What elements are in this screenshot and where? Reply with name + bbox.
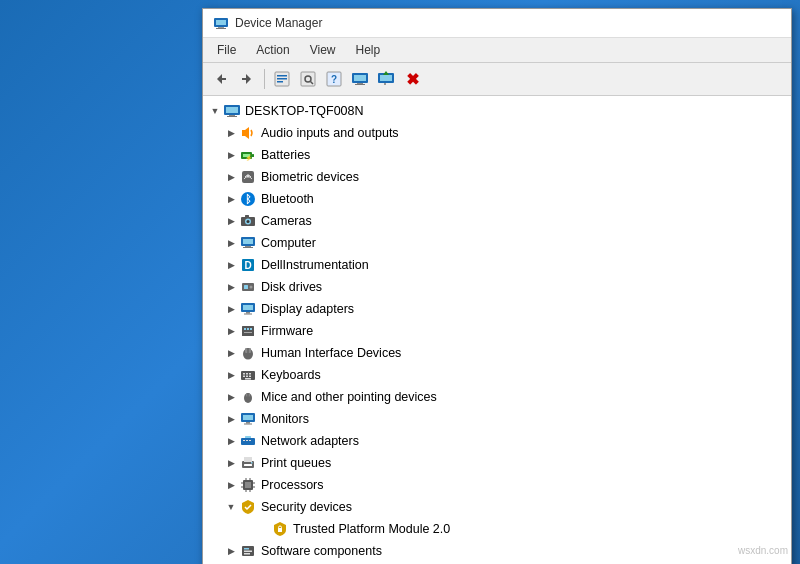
svg-rect-75 bbox=[243, 415, 253, 420]
bluetooth-expand[interactable]: ▶ bbox=[223, 191, 239, 207]
tree-item-dell[interactable]: ▶ D DellInstrumentation bbox=[203, 254, 791, 276]
tree-item-hid[interactable]: ▶ Human Interface Devices bbox=[203, 342, 791, 364]
display-expand[interactable]: ▶ bbox=[223, 301, 239, 317]
toolbar-properties[interactable] bbox=[270, 67, 294, 91]
tree-root[interactable]: ▼ DESKTOP-TQF008N bbox=[203, 100, 791, 122]
hid-icon bbox=[239, 344, 257, 362]
batteries-expand[interactable]: ▶ bbox=[223, 147, 239, 163]
tree-item-software-comp[interactable]: ▶ Software components bbox=[203, 540, 791, 562]
svg-rect-81 bbox=[249, 440, 251, 441]
svg-rect-2 bbox=[218, 27, 224, 28]
tree-item-mice[interactable]: ▶ Mice and other pointing devices bbox=[203, 386, 791, 408]
software-comp-icon bbox=[239, 542, 257, 560]
dell-expand[interactable]: ▶ bbox=[223, 257, 239, 273]
security-expand[interactable]: ▼ bbox=[223, 499, 239, 515]
keyboards-icon bbox=[239, 366, 257, 384]
network-label: Network adapters bbox=[261, 434, 359, 448]
toolbar-help[interactable]: ? bbox=[322, 67, 346, 91]
cameras-expand[interactable]: ▶ bbox=[223, 213, 239, 229]
tree-item-network[interactable]: ▶ Network adapters bbox=[203, 430, 791, 452]
tree-item-keyboards[interactable]: ▶ Keyboards bbox=[203, 364, 791, 386]
batteries-icon: ⚡ bbox=[239, 146, 257, 164]
toolbar-forward[interactable] bbox=[235, 67, 259, 91]
svg-rect-53 bbox=[246, 312, 250, 314]
svg-rect-82 bbox=[245, 436, 251, 438]
svg-rect-49 bbox=[244, 285, 248, 289]
disk-label: Disk drives bbox=[261, 280, 322, 294]
tree-item-audio[interactable]: ▶ Audio inputs and outputs bbox=[203, 122, 791, 144]
tree-item-cameras[interactable]: ▶ Cameras bbox=[203, 210, 791, 232]
svg-rect-9 bbox=[277, 75, 287, 77]
disk-expand[interactable]: ▶ bbox=[223, 279, 239, 295]
svg-rect-11 bbox=[277, 81, 283, 83]
svg-rect-44 bbox=[245, 246, 251, 247]
tpm-label: Trusted Platform Module 2.0 bbox=[293, 522, 450, 536]
svg-rect-28 bbox=[227, 116, 237, 117]
mice-expand[interactable]: ▶ bbox=[223, 389, 239, 405]
root-expand-icon[interactable]: ▼ bbox=[207, 103, 223, 119]
svg-rect-65 bbox=[246, 373, 248, 375]
monitors-label: Monitors bbox=[261, 412, 309, 426]
svg-rect-67 bbox=[243, 376, 245, 378]
tree-item-computer[interactable]: ▶ Computer bbox=[203, 232, 791, 254]
tree-item-processors[interactable]: ▶ Processors bbox=[203, 474, 791, 496]
monitors-icon bbox=[239, 410, 257, 428]
network-expand[interactable]: ▶ bbox=[223, 433, 239, 449]
toolbar-scan[interactable] bbox=[296, 67, 320, 91]
menu-view[interactable]: View bbox=[302, 40, 344, 60]
print-expand[interactable]: ▶ bbox=[223, 455, 239, 471]
tree-item-tpm[interactable]: ▶ Trusted Platform Module 2.0 bbox=[203, 518, 791, 540]
toolbar-device-view[interactable] bbox=[348, 67, 372, 91]
computer-expand[interactable]: ▶ bbox=[223, 235, 239, 251]
tree-item-bluetooth[interactable]: ▶ ᛒ Bluetooth bbox=[203, 188, 791, 210]
dell-icon: D bbox=[239, 256, 257, 274]
tree-item-firmware[interactable]: ▶ Firmware bbox=[203, 320, 791, 342]
disk-icon bbox=[239, 278, 257, 296]
security-label: Security devices bbox=[261, 500, 352, 514]
hid-expand[interactable]: ▶ bbox=[223, 345, 239, 361]
toolbar-uninstall[interactable]: ✖ bbox=[400, 67, 424, 91]
svg-rect-70 bbox=[245, 378, 251, 380]
processors-label: Processors bbox=[261, 478, 324, 492]
firmware-expand[interactable]: ▶ bbox=[223, 323, 239, 339]
tree-area[interactable]: ▼ DESKTOP-TQF008N ▶ Audio inputs and bbox=[203, 96, 791, 564]
svg-rect-55 bbox=[242, 326, 254, 336]
biometric-label: Biometric devices bbox=[261, 170, 359, 184]
svg-text:?: ? bbox=[331, 74, 337, 85]
tree-item-monitors[interactable]: ▶ Monitors bbox=[203, 408, 791, 430]
tree-item-print[interactable]: ▶ Print queues bbox=[203, 452, 791, 474]
software-comp-expand[interactable]: ▶ bbox=[223, 543, 239, 559]
svg-rect-85 bbox=[244, 464, 252, 466]
audio-expand[interactable]: ▶ bbox=[223, 125, 239, 141]
svg-rect-78 bbox=[241, 438, 255, 445]
menu-file[interactable]: File bbox=[209, 40, 244, 60]
svg-rect-10 bbox=[277, 78, 287, 80]
tree-item-disk[interactable]: ▶ Disk drives bbox=[203, 276, 791, 298]
tree-item-security[interactable]: ▼ Security devices bbox=[203, 496, 791, 518]
svg-rect-43 bbox=[243, 239, 253, 244]
tree-item-display[interactable]: ▶ Display adapters bbox=[203, 298, 791, 320]
svg-rect-84 bbox=[244, 457, 252, 462]
svg-marker-29 bbox=[242, 127, 249, 139]
tree-item-biometric[interactable]: ▶ Biometric devices bbox=[203, 166, 791, 188]
svg-rect-77 bbox=[244, 424, 252, 425]
monitors-expand[interactable]: ▶ bbox=[223, 411, 239, 427]
menu-action[interactable]: Action bbox=[248, 40, 297, 60]
svg-rect-23 bbox=[384, 83, 386, 85]
svg-rect-5 bbox=[222, 78, 226, 80]
device-manager-window: Device Manager File Action View Help bbox=[202, 8, 792, 564]
processors-expand[interactable]: ▶ bbox=[223, 477, 239, 493]
batteries-label: Batteries bbox=[261, 148, 310, 162]
keyboards-expand[interactable]: ▶ bbox=[223, 367, 239, 383]
menu-help[interactable]: Help bbox=[348, 40, 389, 60]
svg-rect-57 bbox=[247, 328, 249, 330]
biometric-expand[interactable]: ▶ bbox=[223, 169, 239, 185]
toolbar-update[interactable] bbox=[374, 67, 398, 91]
tree-item-batteries[interactable]: ▶ ⚡ Batteries bbox=[203, 144, 791, 166]
svg-point-40 bbox=[247, 220, 250, 223]
svg-rect-80 bbox=[246, 440, 248, 441]
root-icon bbox=[223, 102, 241, 120]
svg-rect-19 bbox=[357, 83, 363, 84]
svg-rect-54 bbox=[244, 314, 252, 315]
toolbar-back[interactable] bbox=[209, 67, 233, 91]
